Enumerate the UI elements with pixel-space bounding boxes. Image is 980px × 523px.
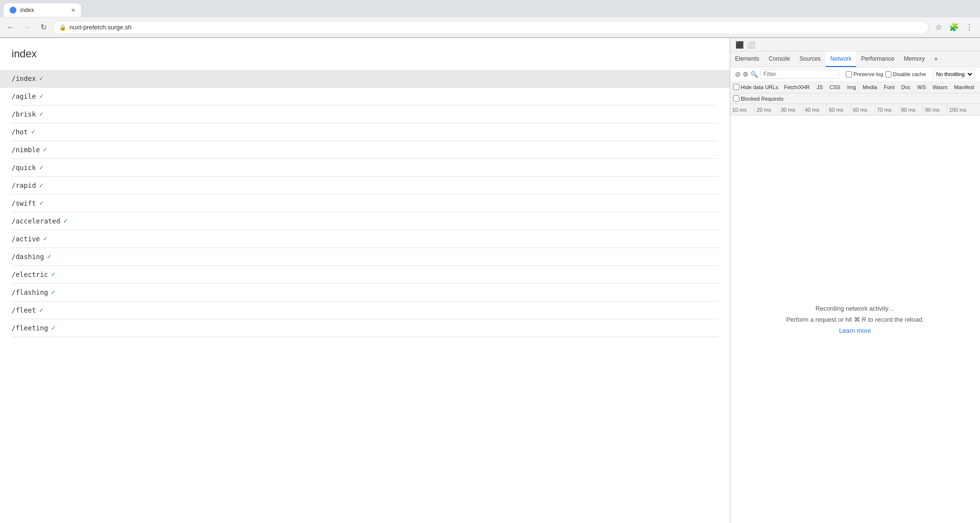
- extensions-button[interactable]: 🧩: [947, 21, 961, 34]
- devtools-tab-network[interactable]: Network: [825, 52, 856, 67]
- list-item[interactable]: /nimble ✓: [12, 141, 718, 159]
- page-title: index: [12, 48, 718, 60]
- tab-bar: index ×: [0, 0, 980, 17]
- check-icon: ✓: [39, 75, 44, 82]
- filter-input[interactable]: [760, 69, 839, 79]
- browser-chrome: index × ← → ↻ 🔒 nuxt-prefetch.surge.sh ☆…: [0, 0, 980, 38]
- check-icon: ✓: [47, 253, 52, 260]
- timeline-tick: 20 ms: [754, 104, 778, 115]
- devtools-tab-sources[interactable]: Sources: [795, 52, 825, 67]
- clear-button[interactable]: ⊘: [735, 69, 741, 79]
- list-item[interactable]: /electric ✓: [12, 266, 718, 284]
- timeline-tick: 60 ms: [851, 104, 875, 115]
- url-text: nuxt-prefetch.surge.sh: [69, 24, 923, 31]
- route-name: /accelerated: [12, 217, 60, 225]
- route-name: /fleeting: [12, 324, 48, 332]
- devtools-tab--[interactable]: »: [929, 52, 942, 67]
- list-item[interactable]: /quick ✓: [12, 159, 718, 177]
- blocked-requests-label[interactable]: Blocked Requests: [733, 95, 784, 102]
- route-name: /brisk: [12, 110, 36, 118]
- preserve-log-checkbox-label[interactable]: Preserve log: [846, 71, 883, 78]
- route-name: /quick: [12, 164, 36, 171]
- throttling-select[interactable]: No throttling: [933, 69, 974, 79]
- list-item[interactable]: /swift ✓: [12, 195, 718, 212]
- devtools-tab-elements[interactable]: Elements: [730, 52, 764, 67]
- devtools-tab-memory[interactable]: Memory: [899, 52, 929, 67]
- network-toolbar-row1: ⊘ ⚙ 🔍 Preserve log Disable cache No thro…: [730, 67, 980, 81]
- blocked-requests-checkbox[interactable]: [733, 95, 739, 102]
- list-item[interactable]: /dashing ✓: [12, 248, 718, 266]
- dock-icon[interactable]: ⬛: [734, 39, 745, 50]
- network-empty-state: Recording network activity… Perform a re…: [730, 116, 980, 523]
- route-name: /swift: [12, 199, 36, 207]
- devtools-tabs: ElementsConsoleSourcesNetworkPerformance…: [730, 52, 980, 67]
- devtools-tab-performance[interactable]: Performance: [856, 52, 899, 67]
- forward-button[interactable]: →: [20, 21, 34, 34]
- list-item[interactable]: /accelerated ✓: [12, 212, 718, 230]
- list-item[interactable]: /fleeting ✓: [12, 319, 718, 337]
- route-name: /agile: [12, 92, 36, 100]
- browser-tab[interactable]: index ×: [4, 3, 81, 17]
- list-item[interactable]: /rapid ✓: [12, 177, 718, 195]
- learn-more-link[interactable]: Learn more: [839, 327, 871, 334]
- hide-data-urls-label[interactable]: Hide data URLs: [733, 84, 778, 90]
- blocked-requests-row: Blocked Requests: [730, 93, 980, 104]
- filter-type-manifest[interactable]: Manifest: [951, 83, 977, 91]
- refresh-button[interactable]: ↻: [37, 21, 50, 34]
- filter-type-media[interactable]: Media: [860, 83, 880, 91]
- filter-icon-button[interactable]: ⚙: [743, 69, 748, 79]
- list-item[interactable]: /index ✓: [0, 70, 730, 88]
- preserve-log-checkbox[interactable]: [846, 71, 852, 78]
- filter-type-css[interactable]: CSS: [826, 83, 843, 91]
- filter-type-fetch-xhr[interactable]: Fetch/XHR: [781, 83, 813, 91]
- check-icon: ✓: [43, 235, 48, 242]
- disable-cache-checkbox[interactable]: [885, 71, 891, 78]
- list-item[interactable]: /brisk ✓: [12, 105, 718, 123]
- toolbar-actions: ☆ 🧩 ⋮: [932, 21, 976, 34]
- search-icon-button[interactable]: 🔍: [750, 69, 758, 79]
- page-content: index /index ✓/agile ✓/brisk ✓/hot ✓/nim…: [0, 38, 730, 523]
- route-list: /index ✓/agile ✓/brisk ✓/hot ✓/nimble ✓/…: [12, 70, 718, 337]
- check-icon: ✓: [39, 164, 44, 171]
- check-icon: ✓: [31, 129, 36, 135]
- list-item[interactable]: /active ✓: [12, 230, 718, 248]
- filter-type-wasm[interactable]: Wasm: [930, 83, 951, 91]
- recording-line1: Recording network activity…: [815, 305, 895, 312]
- filter-type-img[interactable]: Img: [844, 83, 859, 91]
- favicon: [10, 7, 16, 13]
- check-icon: ✓: [39, 200, 44, 207]
- undock-icon[interactable]: ⬜: [746, 39, 756, 50]
- bookmark-button[interactable]: ☆: [932, 21, 945, 34]
- route-name: /dashing: [12, 253, 44, 261]
- filter-type-doc[interactable]: Doc: [898, 83, 914, 91]
- check-icon: ✓: [39, 111, 44, 118]
- filter-type-js[interactable]: JS: [813, 83, 825, 91]
- timeline-tick: 50 ms: [826, 104, 851, 115]
- disable-cache-checkbox-label[interactable]: Disable cache: [885, 71, 926, 78]
- route-name: /hot: [12, 128, 28, 136]
- hide-data-urls-checkbox[interactable]: [733, 84, 739, 90]
- address-bar[interactable]: 🔒 nuxt-prefetch.surge.sh: [53, 21, 929, 34]
- filter-type-other[interactable]: Other: [978, 83, 980, 91]
- list-item[interactable]: /hot ✓: [12, 123, 718, 141]
- route-name: /active: [12, 235, 40, 243]
- route-name: /electric: [12, 271, 48, 278]
- list-item[interactable]: /flashing ✓: [12, 284, 718, 301]
- filter-type-ws[interactable]: WS: [915, 83, 929, 91]
- check-icon: ✓: [51, 271, 56, 278]
- filter-type-font[interactable]: Font: [881, 83, 897, 91]
- back-button[interactable]: ←: [4, 21, 17, 34]
- list-item[interactable]: /agile ✓: [12, 88, 718, 105]
- timeline-tick: 10 ms: [730, 104, 754, 115]
- network-filter-row: Hide data URLs Fetch/XHRJSCSSImgMediaFon…: [730, 81, 980, 93]
- devtools-top-bar: ⬛ ⬜: [730, 38, 980, 52]
- menu-button[interactable]: ⋮: [963, 21, 976, 34]
- nav-bar: ← → ↻ 🔒 nuxt-prefetch.surge.sh ☆ 🧩 ⋮: [0, 17, 980, 38]
- timeline-tick: 70 ms: [875, 104, 899, 115]
- route-name: /nimble: [12, 146, 40, 154]
- main-area: index /index ✓/agile ✓/brisk ✓/hot ✓/nim…: [0, 38, 980, 523]
- list-item[interactable]: /fleet ✓: [12, 301, 718, 319]
- route-name: /flashing: [12, 288, 48, 296]
- devtools-tab-console[interactable]: Console: [764, 52, 795, 67]
- tab-close-button[interactable]: ×: [71, 6, 75, 14]
